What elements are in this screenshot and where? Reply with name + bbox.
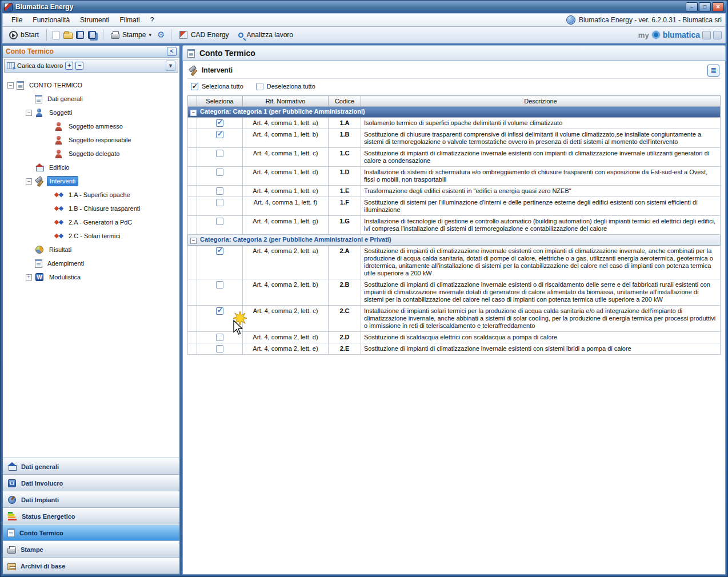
category-row-1[interactable]: −Categoria: Categoria 1 (per Pubbliche A… xyxy=(188,107,721,118)
intervento-checkbox-2-b[interactable] xyxy=(216,281,223,288)
table-header-rif-normativo[interactable]: Rif. Normativo xyxy=(243,96,329,107)
intervento-checkbox-1-b[interactable] xyxy=(216,131,223,138)
toolbar-extra-icon-2[interactable] xyxy=(713,31,722,39)
tree-item-2-c-solari-termici[interactable]: 2.C - Solari termici xyxy=(4,229,178,243)
intervento-checkbox-1-e[interactable] xyxy=(216,187,223,195)
table-header-descrizione[interactable]: Descrizione xyxy=(361,96,721,107)
building-icon xyxy=(35,163,44,172)
row-gutter-cell xyxy=(188,343,197,355)
intervento-checkbox-1-d[interactable] xyxy=(216,169,223,176)
toolbar-extra-icon-1[interactable] xyxy=(702,31,711,39)
sidebar-collapse-button[interactable]: < xyxy=(167,47,177,56)
tree-item-soggetto-delegato[interactable]: Soggetto delegato xyxy=(4,147,178,161)
tree-item-modulistica[interactable]: +WModulistica xyxy=(4,270,178,284)
tree-item-2-a-generatori-a-pdc[interactable]: 2.A - Generatori a PdC xyxy=(4,215,178,229)
menu-item-strumenti[interactable]: Strumenti xyxy=(75,14,114,26)
collapse-all-button[interactable]: − xyxy=(75,62,83,70)
form-icon xyxy=(17,81,24,90)
nav-button-label: Dati Impianti xyxy=(21,496,59,503)
new-document-icon[interactable] xyxy=(53,31,59,39)
tree-item-label: Soggetto ammesso xyxy=(66,122,125,131)
rif-normativo-cell: Art. 4, comma 1, lett. b) xyxy=(243,129,329,148)
tasks-icon xyxy=(35,259,42,268)
carica-da-lavoro-combo[interactable]: Carica da lavoro + − ▼ xyxy=(4,59,178,73)
tree-item-adempimenti[interactable]: Adempimenti xyxy=(4,257,178,270)
tree-item-soggetti[interactable]: −Soggetti xyxy=(4,106,178,119)
tree-item-interventi[interactable]: −Interventi xyxy=(4,174,178,188)
tree-expander-icon[interactable]: − xyxy=(7,82,14,89)
tree-item-1-a-superfici-opache[interactable]: 1.A - Superfici opache xyxy=(4,188,178,202)
tree-item-soggetto-responsabile[interactable]: Soggetto responsabile xyxy=(4,133,178,147)
table-header-codice[interactable]: Codice xyxy=(329,96,361,107)
tree-item-conto-termico[interactable]: −CONTO TERMICO xyxy=(4,78,178,92)
cad-energy-button[interactable]: CAD Energy xyxy=(176,29,232,41)
close-button[interactable]: ✕ xyxy=(712,2,724,11)
intervento-checkbox-1-c[interactable] xyxy=(216,150,223,157)
nav-button-dati-impianti[interactable]: Dati Impianti xyxy=(3,491,179,508)
nav-button-archivi-di-base[interactable]: Archivi di base xyxy=(3,558,179,574)
tree-expander-icon[interactable]: − xyxy=(26,110,32,116)
select-all-button[interactable]: Seleziona tutto xyxy=(191,83,243,90)
menu-item-file[interactable]: File xyxy=(6,14,27,26)
page-title: Conto Termico xyxy=(199,49,255,58)
category-collapse-icon[interactable]: − xyxy=(190,238,197,244)
menu-item-filmati[interactable]: Filmati xyxy=(114,14,145,26)
nav-button-status-energetico[interactable]: Status Energetico xyxy=(3,508,179,524)
chevron-down-icon[interactable]: ▼ xyxy=(166,61,175,71)
intervento-checkbox-1-g[interactable] xyxy=(216,218,223,225)
bstart-button[interactable]: bStart xyxy=(6,30,42,41)
panel-layout-button[interactable]: ≣ xyxy=(707,65,719,77)
toolbar: bStart Stampe ▾ ⚙ CAD Energy Analizza la… xyxy=(2,27,726,43)
analizza-lavoro-button[interactable]: Analizza lavoro xyxy=(235,30,296,40)
tree-item-1-b-chiusure-trasparenti[interactable]: 1.B - Chiusure trasparenti xyxy=(4,202,178,215)
nav-button-stampe[interactable]: Stampe xyxy=(3,541,179,558)
descrizione-cell: Sostituzione di chiusure trasparenti com… xyxy=(361,129,721,148)
intervento-row-1-d: Art. 4, comma 1, lett. d)1.DInstallazion… xyxy=(188,167,721,186)
menu-item-funzionalit[interactable]: Funzionalità xyxy=(27,14,75,26)
row-gutter-cell xyxy=(188,332,197,343)
conto-termico-icon xyxy=(187,49,195,58)
tree-item-label: Edificio xyxy=(47,163,71,172)
settings-gear-icon[interactable]: ⚙ xyxy=(157,30,166,39)
maximize-button[interactable]: □ xyxy=(699,2,711,11)
deselect-all-label: Deseleziona tutto xyxy=(267,83,315,90)
intervento-checkbox-2-d[interactable] xyxy=(216,334,223,341)
minimize-button[interactable]: – xyxy=(686,2,698,11)
row-gutter-cell xyxy=(188,118,197,129)
descrizione-cell: Sostituzione di impianti di climatizzazi… xyxy=(361,148,721,167)
app-window: Blumatica Energy – □ ✕ FileFunzionalitàS… xyxy=(0,0,728,577)
nav-button-dati-generali[interactable]: Dati generali xyxy=(3,458,179,475)
tree-item-edificio[interactable]: Edificio xyxy=(4,161,178,174)
deselect-all-button[interactable]: Deseleziona tutto xyxy=(256,83,315,90)
nav-button-conto-termico[interactable]: Conto Termico xyxy=(3,524,179,541)
tree-expander-icon[interactable]: + xyxy=(26,274,32,281)
menu-item-[interactable]: ? xyxy=(145,14,159,26)
tree-item-label: Adempimenti xyxy=(45,259,86,268)
tree-expander-icon[interactable]: − xyxy=(26,178,32,185)
stampe-button[interactable]: Stampe ▾ xyxy=(108,30,154,40)
intervento-checkbox-1-a[interactable] xyxy=(216,119,223,127)
navigation-tree: −CONTO TERMICODati generali−SoggettiSogg… xyxy=(3,74,179,458)
select-toolbar: Seleziona tutto Deseleziona tutto xyxy=(187,79,721,94)
intervento-checkbox-1-f[interactable] xyxy=(216,199,223,206)
save-all-icon[interactable] xyxy=(88,31,96,39)
save-icon[interactable] xyxy=(76,31,84,39)
open-folder-icon[interactable] xyxy=(63,33,73,39)
diamonds-icon xyxy=(54,204,63,213)
intervento-checkbox-2-a[interactable] xyxy=(216,247,223,255)
table-header-seleziona[interactable]: Seleziona xyxy=(197,96,243,107)
intervento-checkbox-2-c[interactable] xyxy=(216,307,223,315)
tree-item-soggetto-ammesso[interactable]: Soggetto ammesso xyxy=(4,119,178,133)
tree-item-dati-generali[interactable]: Dati generali xyxy=(4,92,178,106)
intervento-checkbox-2-e[interactable] xyxy=(216,345,223,352)
title-bar: Blumatica Energy – □ ✕ xyxy=(2,1,726,13)
descrizione-cell: Sostituzione di impianti di climatizzazi… xyxy=(361,343,721,355)
tree-item-risultati[interactable]: Risultati xyxy=(4,243,178,257)
category-row-2[interactable]: −Categoria: Categoria 2 (per Pubbliche A… xyxy=(188,235,721,246)
row-gutter-cell xyxy=(188,197,197,216)
nav-button-dati-involucro[interactable]: Dati Involucro xyxy=(3,475,179,491)
descrizione-cell: Trasformazione degli edifici esistenti i… xyxy=(361,186,721,197)
category-collapse-icon[interactable]: − xyxy=(190,110,197,116)
expand-all-button[interactable]: + xyxy=(65,62,73,70)
rif-normativo-cell: Art. 4, comma 1, lett. g) xyxy=(243,216,329,235)
